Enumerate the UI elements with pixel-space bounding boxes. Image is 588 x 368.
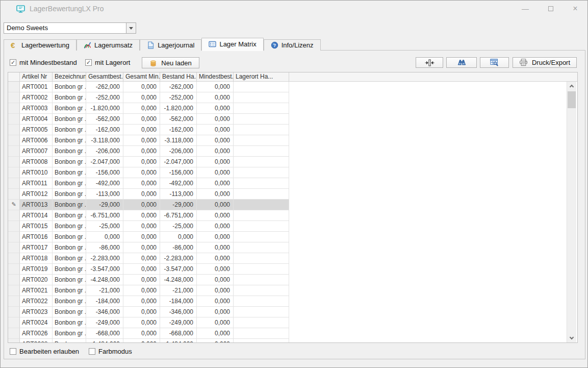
scroll-up-button[interactable] bbox=[567, 82, 576, 90]
column-header[interactable]: Mindestbest... bbox=[197, 72, 234, 81]
table-cell[interactable]: Bonbon gr ... bbox=[53, 189, 86, 200]
table-cell[interactable]: -2.283,000 bbox=[160, 253, 197, 264]
table-cell[interactable]: -206,000 bbox=[160, 146, 197, 157]
table-cell[interactable] bbox=[234, 339, 289, 342]
table-cell[interactable]: -562,000 bbox=[86, 114, 123, 125]
checkbox-icon[interactable]: ✓ bbox=[85, 59, 92, 66]
table-cell[interactable] bbox=[234, 307, 289, 317]
table-row[interactable]: ART0028Bonbon gr ...-1.434,0000,000-1.43… bbox=[8, 339, 577, 342]
table-cell[interactable]: -3.547,000 bbox=[160, 264, 197, 275]
table-cell[interactable]: -3.118,000 bbox=[86, 135, 123, 146]
table-cell[interactable]: 0,000 bbox=[197, 82, 234, 92]
table-cell[interactable]: Bonbon gr ... bbox=[53, 210, 86, 221]
table-cell[interactable]: 0,000 bbox=[123, 146, 160, 157]
table-cell[interactable]: ART0019 bbox=[20, 264, 53, 275]
table-cell[interactable]: -252,000 bbox=[86, 92, 123, 103]
table-cell[interactable]: ART0002 bbox=[20, 92, 53, 103]
table-cell[interactable]: ART0013 bbox=[20, 200, 53, 210]
table-cell[interactable]: 0,000 bbox=[197, 328, 234, 339]
scroll-down-button[interactable] bbox=[567, 334, 576, 342]
table-row[interactable]: ✎ART0013Bonbon gr ...-29,0000,000-29,000… bbox=[8, 200, 577, 210]
table-cell[interactable]: 0,000 bbox=[123, 178, 160, 189]
table-cell[interactable]: -184,000 bbox=[160, 296, 197, 307]
table-cell[interactable]: Bonbon gr ... bbox=[53, 82, 86, 92]
column-header[interactable]: Bestand Ha... bbox=[160, 72, 197, 81]
table-row[interactable]: ART0024Bonbon gr ...-249,0000,000-249,00… bbox=[8, 317, 577, 328]
table-cell[interactable]: ART0012 bbox=[20, 189, 53, 200]
table-cell[interactable]: -3.118,000 bbox=[160, 135, 197, 146]
table-cell[interactable]: 0,000 bbox=[123, 242, 160, 253]
table-cell[interactable]: 0,000 bbox=[197, 167, 234, 178]
table-cell[interactable]: 0,000 bbox=[197, 210, 234, 221]
scrollbar-thumb[interactable] bbox=[568, 91, 576, 108]
table-cell[interactable]: Bonbon gr ... bbox=[53, 264, 86, 275]
table-cell[interactable]: ART0028 bbox=[20, 339, 53, 342]
table-cell[interactable] bbox=[234, 285, 289, 296]
checkbox-icon[interactable]: ✓ bbox=[10, 59, 16, 66]
table-row[interactable]: ART0007Bonbon gr ...-206,0000,000-206,00… bbox=[8, 146, 577, 157]
column-header[interactable]: Artikel Nr bbox=[20, 72, 53, 81]
table-cell[interactable]: -2.047,000 bbox=[86, 157, 123, 167]
table-cell[interactable]: Bonbon gr ... bbox=[53, 178, 86, 189]
table-cell[interactable] bbox=[234, 242, 289, 253]
table-cell[interactable]: 0,000 bbox=[123, 189, 160, 200]
table-cell[interactable]: 0,000 bbox=[123, 339, 160, 342]
table-cell[interactable]: -25,000 bbox=[160, 221, 197, 232]
table-cell[interactable]: ART0015 bbox=[20, 221, 53, 232]
table-cell[interactable]: -21,000 bbox=[160, 285, 197, 296]
maximize-button[interactable] bbox=[543, 3, 558, 15]
table-cell[interactable]: 0,000 bbox=[197, 339, 234, 342]
table-cell[interactable]: 0,000 bbox=[197, 264, 234, 275]
table-cell[interactable]: -6.751,000 bbox=[160, 210, 197, 221]
column-header[interactable]: Gesamt Min... bbox=[123, 72, 160, 81]
table-cell[interactable]: 0,000 bbox=[197, 114, 234, 125]
table-cell[interactable]: -4.248,000 bbox=[86, 275, 123, 285]
table-cell[interactable]: -562,000 bbox=[160, 114, 197, 125]
table-cell[interactable]: ART0006 bbox=[20, 135, 53, 146]
table-cell[interactable]: Bonbon gr ... bbox=[53, 232, 86, 242]
table-cell[interactable]: Bonbon gr ... bbox=[53, 114, 86, 125]
table-row[interactable]: ART0003Bonbon gr ...-1.820,0000,000-1.82… bbox=[8, 103, 577, 114]
table-cell[interactable]: 0,000 bbox=[123, 167, 160, 178]
table-cell[interactable]: -1.434,000 bbox=[86, 339, 123, 342]
table-cell[interactable]: -4.248,000 bbox=[160, 275, 197, 285]
table-cell[interactable] bbox=[234, 189, 289, 200]
grid-customize-button[interactable] bbox=[480, 57, 509, 68]
table-cell[interactable]: -25,000 bbox=[86, 221, 123, 232]
table-cell[interactable]: 0,000 bbox=[123, 296, 160, 307]
table-cell[interactable]: ART0021 bbox=[20, 285, 53, 296]
table-cell[interactable]: -21,000 bbox=[86, 285, 123, 296]
table-row[interactable]: ART0018Bonbon gr ...-2.283,0000,000-2.28… bbox=[8, 253, 577, 264]
table-cell[interactable]: 0,000 bbox=[197, 146, 234, 157]
table-cell[interactable]: -346,000 bbox=[160, 307, 197, 317]
table-cell[interactable]: 0,000 bbox=[123, 135, 160, 146]
table-cell[interactable]: Bonbon gr ... bbox=[53, 253, 86, 264]
table-cell[interactable]: 0,000 bbox=[123, 275, 160, 285]
table-cell[interactable]: 0,000 bbox=[123, 307, 160, 317]
table-cell[interactable]: Bonbon gr ... bbox=[53, 275, 86, 285]
table-cell[interactable]: -184,000 bbox=[86, 296, 123, 307]
table-cell[interactable]: 0,000 bbox=[197, 189, 234, 200]
table-cell[interactable]: -162,000 bbox=[86, 125, 123, 135]
table-cell[interactable]: 0,000 bbox=[197, 92, 234, 103]
close-button[interactable]: × bbox=[568, 3, 583, 15]
table-row[interactable]: ART0004Bonbon gr ...-562,0000,000-562,00… bbox=[8, 114, 577, 125]
table-cell[interactable]: -2.283,000 bbox=[86, 253, 123, 264]
table-cell[interactable]: ART0004 bbox=[20, 114, 53, 125]
table-cell[interactable] bbox=[234, 296, 289, 307]
table-cell[interactable]: 0,000 bbox=[160, 232, 197, 242]
table-cell[interactable]: 0,000 bbox=[123, 328, 160, 339]
table-cell[interactable]: ART0020 bbox=[20, 275, 53, 285]
table-cell[interactable]: 0,000 bbox=[197, 157, 234, 167]
table-cell[interactable]: 0,000 bbox=[197, 285, 234, 296]
table-cell[interactable]: 0,000 bbox=[123, 317, 160, 328]
table-cell[interactable] bbox=[234, 317, 289, 328]
table-row[interactable]: ART0011Bonbon gr ...-492,0000,000-492,00… bbox=[8, 178, 577, 189]
table-cell[interactable]: Bonbon gr ... bbox=[53, 125, 86, 135]
table-cell[interactable]: -1.820,000 bbox=[160, 103, 197, 114]
table-cell[interactable]: ART0011 bbox=[20, 178, 53, 189]
table-cell[interactable]: -262,000 bbox=[86, 82, 123, 92]
table-row[interactable]: ART0023Bonbon gr ...-346,0000,000-346,00… bbox=[8, 307, 577, 317]
table-cell[interactable]: -113,000 bbox=[86, 189, 123, 200]
table-cell[interactable]: 0,000 bbox=[123, 103, 160, 114]
